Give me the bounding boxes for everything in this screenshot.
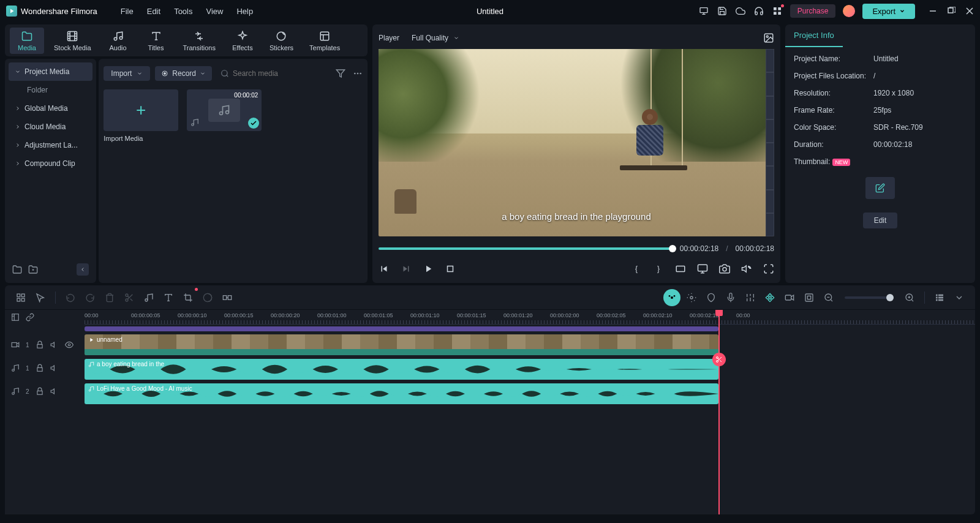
new-bin-icon[interactable] — [28, 265, 38, 274]
thumbnail-edit-icon[interactable] — [865, 177, 895, 199]
mute-icon[interactable] — [50, 364, 59, 372]
undo-icon[interactable] — [62, 289, 79, 306]
new-folder-icon[interactable] — [12, 265, 22, 274]
crop-icon[interactable] — [179, 289, 197, 306]
snapshot-icon[interactable] — [763, 32, 774, 43]
mute-icon[interactable] — [50, 341, 59, 349]
delete-icon[interactable] — [101, 289, 118, 306]
link-icon[interactable] — [26, 313, 34, 322]
mark-out-icon[interactable]: } — [653, 263, 664, 274]
mixer-icon[interactable] — [742, 289, 759, 306]
audio-clip-1[interactable]: a boy eating bread in the — [85, 359, 718, 380]
purchase-button[interactable]: Purchase — [790, 4, 836, 18]
minimize-button[interactable] — [929, 7, 937, 15]
menu-file[interactable]: File — [121, 7, 134, 16]
timeline-tracks[interactable]: 00:00 00:00:00:05 00:00:00:10 00:00:00:1… — [85, 310, 975, 514]
cloud-icon[interactable] — [735, 6, 746, 17]
prev-frame-icon[interactable] — [379, 263, 390, 274]
video-preview[interactable]: a boy eating bread in the playground — [379, 49, 774, 236]
mark-in-icon[interactable]: { — [631, 263, 642, 274]
lock-icon[interactable] — [36, 341, 44, 349]
headphones-icon[interactable] — [753, 6, 764, 17]
zoom-out-icon[interactable] — [820, 289, 837, 306]
edit-button[interactable]: Edit — [863, 213, 898, 228]
tab-media[interactable]: Media — [10, 28, 44, 54]
ratio-icon[interactable] — [675, 263, 686, 274]
camera-icon[interactable] — [719, 263, 730, 274]
tab-templates[interactable]: Templates — [303, 28, 346, 54]
collapse-sidebar-button[interactable] — [77, 263, 89, 276]
eye-icon[interactable] — [65, 341, 74, 349]
playhead[interactable] — [718, 310, 720, 514]
tab-stock-media[interactable]: Stock Media — [48, 28, 97, 54]
filter-icon[interactable] — [336, 69, 345, 78]
save-icon[interactable] — [717, 6, 728, 17]
marker-icon[interactable] — [703, 289, 720, 306]
menu-tools[interactable]: Tools — [174, 7, 192, 16]
audio-track-2-head[interactable]: 2 — [5, 380, 85, 403]
tab-stickers[interactable]: Stickers — [263, 28, 300, 54]
zoom-slider[interactable] — [845, 296, 894, 299]
cursor-icon[interactable] — [32, 289, 49, 306]
sidebar-adjustment-layer[interactable]: Adjustment La... — [9, 136, 92, 154]
video-clip[interactable]: unnamed — [85, 334, 718, 355]
volume-icon[interactable] — [741, 263, 752, 274]
import-media-tile[interactable]: + Import Media — [104, 89, 178, 142]
audio-clip-2[interactable]: LoFi Have a Good Mood - AI music — [85, 383, 718, 404]
sidebar-project-media[interactable]: Project Media — [9, 62, 92, 81]
ai-button[interactable] — [663, 289, 680, 306]
maximize-button[interactable] — [947, 7, 956, 15]
menu-view[interactable]: View — [206, 7, 223, 16]
tab-transitions[interactable]: Transitions — [177, 28, 222, 54]
options-icon[interactable] — [951, 289, 968, 306]
device-icon[interactable] — [698, 6, 709, 17]
adjust-icon[interactable] — [11, 313, 20, 322]
keyframe-icon[interactable] — [761, 289, 778, 306]
import-dropdown[interactable]: Import — [104, 66, 150, 81]
tab-audio[interactable]: Audio — [101, 28, 135, 54]
tab-effects[interactable]: Effects — [225, 28, 260, 54]
text-tool-icon[interactable] — [160, 289, 177, 306]
color-icon[interactable] — [199, 289, 216, 306]
tab-titles[interactable]: Titles — [139, 28, 173, 54]
stop-icon[interactable] — [445, 263, 456, 274]
enhance-icon[interactable] — [683, 289, 700, 306]
render-icon[interactable] — [781, 289, 798, 306]
audio-track-1-head[interactable]: 1 — [5, 356, 85, 380]
lock-icon[interactable] — [36, 364, 44, 372]
apps-icon[interactable] — [772, 6, 783, 17]
progress-bar[interactable] — [379, 247, 673, 250]
close-button[interactable] — [965, 7, 974, 15]
scissors-icon[interactable] — [121, 289, 138, 306]
sidebar-global-media[interactable]: Global Media — [9, 99, 92, 118]
more-icon[interactable] — [353, 69, 363, 78]
grid-icon[interactable] — [12, 289, 29, 306]
play-icon[interactable] — [423, 263, 434, 274]
redo-icon[interactable] — [81, 289, 99, 306]
sidebar-compound-clip[interactable]: Compound Clip — [9, 154, 92, 173]
timeline-ruler[interactable]: 00:00 00:00:00:05 00:00:00:10 00:00:00:1… — [85, 310, 975, 325]
menu-edit[interactable]: Edit — [147, 7, 160, 16]
sidebar-cloud-media[interactable]: Cloud Media — [9, 118, 92, 136]
zoom-in-icon[interactable] — [901, 289, 918, 306]
split-icon[interactable] — [712, 353, 726, 366]
list-view-icon[interactable] — [931, 289, 948, 306]
record-dropdown[interactable]: Record — [155, 66, 212, 81]
user-avatar[interactable] — [843, 5, 855, 17]
video-track-head[interactable]: 1 — [5, 333, 85, 356]
info-tab[interactable]: Project Info — [785, 24, 843, 47]
export-button[interactable]: Export — [862, 4, 915, 19]
menu-help[interactable]: Help — [236, 7, 253, 16]
quality-dropdown[interactable]: Full Quality — [412, 34, 459, 42]
audio-media-tile[interactable]: 00:00:02 — [187, 89, 262, 142]
display-icon[interactable] — [697, 263, 708, 274]
mute-icon[interactable] — [50, 387, 59, 396]
group-icon[interactable] — [219, 289, 236, 306]
frame-icon[interactable] — [801, 289, 818, 306]
lock-icon[interactable] — [36, 387, 44, 396]
mic-icon[interactable] — [722, 289, 739, 306]
fullscreen-icon[interactable] — [763, 263, 774, 274]
search-input[interactable] — [233, 69, 325, 78]
next-frame-icon[interactable] — [401, 263, 412, 274]
audio-edit-icon[interactable] — [140, 289, 157, 306]
